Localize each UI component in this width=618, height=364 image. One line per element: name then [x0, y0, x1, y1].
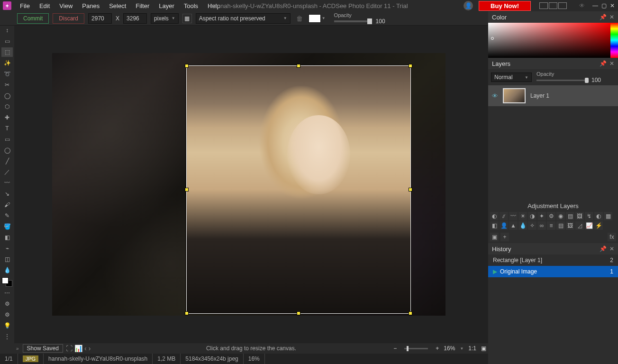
extra-tool-3[interactable]: ⚙	[1, 310, 13, 319]
adj-threshold[interactable]: ▦	[604, 212, 612, 220]
pin-icon[interactable]: 📌	[600, 246, 607, 252]
menu-layer[interactable]: Layer	[154, 1, 179, 11]
clone-tool[interactable]: ⌁	[1, 244, 13, 253]
menu-tools[interactable]: Tools	[179, 1, 203, 11]
menu-panes[interactable]: Panes	[77, 1, 104, 11]
history-item[interactable]: ▶Original Image 1	[488, 266, 618, 277]
layout-2-button[interactable]	[549, 2, 557, 9]
discard-button[interactable]: Discard	[53, 13, 84, 24]
menu-edit[interactable]: Edit	[35, 1, 55, 11]
width-input[interactable]	[88, 13, 112, 24]
selection-tool[interactable]: ▭	[1, 36, 13, 46]
adj-d[interactable]: 💧	[518, 221, 527, 230]
grid-toggle[interactable]: ▦	[182, 14, 192, 23]
adj-g[interactable]: ≡	[547, 221, 555, 230]
extra-tool-4[interactable]: 💡	[1, 321, 13, 330]
fill-tool[interactable]: 🪣	[1, 222, 13, 231]
marquee-tool[interactable]: ⬚	[1, 47, 13, 57]
handle-mid-right[interactable]	[409, 188, 412, 191]
menu-view[interactable]: View	[55, 1, 77, 11]
line-tool[interactable]: ╱	[1, 156, 13, 166]
adj-levels[interactable]: ⫽	[500, 212, 508, 220]
adj-exposure[interactable]: ◐	[490, 212, 499, 220]
layout-3-button[interactable]	[558, 2, 567, 9]
units-select[interactable]: pixels▼	[151, 13, 179, 24]
zoom-dropdown[interactable]: ▼	[460, 346, 464, 351]
user-icon[interactable]: 👤	[464, 1, 473, 10]
zoom-out-button[interactable]: −	[393, 345, 397, 352]
fx-button[interactable]: fx	[608, 233, 616, 241]
text-tool[interactable]: T	[1, 124, 13, 133]
adj-j[interactable]: ◿	[575, 221, 584, 230]
extra-tool-2[interactable]: ⚙	[1, 299, 13, 309]
handle-top-mid[interactable]	[297, 64, 300, 68]
hue-slider[interactable]	[610, 23, 618, 58]
adj-l[interactable]: ⚡	[594, 221, 603, 230]
adj-vibrance[interactable]: ✦	[537, 212, 546, 220]
aspect-select[interactable]: Aspect ratio not preserved▼	[196, 13, 291, 24]
lasso-tool[interactable]: ➰	[1, 69, 13, 79]
adj-k[interactable]: 📈	[585, 221, 593, 230]
pencil-tool[interactable]: ✎	[1, 211, 13, 220]
close-panel-icon[interactable]: ✕	[609, 246, 614, 252]
handle-bot-right[interactable]	[409, 311, 412, 315]
layout-1-button[interactable]	[539, 2, 548, 9]
adj-invert[interactable]: ◐	[594, 212, 603, 220]
fit-screen-icon[interactable]: ▣	[481, 345, 486, 352]
pin-icon[interactable]: 📌	[600, 60, 607, 67]
adj-b[interactable]: 👤	[500, 221, 508, 230]
eyedropper-tool[interactable]: 💧	[1, 265, 13, 275]
adj-photo[interactable]: 🖼	[575, 212, 584, 220]
histogram-icon[interactable]: 📊	[74, 345, 82, 352]
handle-bot-mid[interactable]	[297, 311, 300, 315]
menu-select[interactable]: Select	[104, 1, 131, 11]
maximize-button[interactable]: ▢	[600, 2, 608, 9]
swatch-dropdown[interactable]: ▼	[322, 16, 326, 20]
polygon-tool[interactable]: ⬡	[1, 102, 13, 111]
close-panel-icon[interactable]: ✕	[609, 60, 614, 67]
adj-f[interactable]: ∞	[537, 221, 546, 230]
show-saved-button[interactable]: Show Saved	[23, 344, 63, 353]
extra-tool-5[interactable]: ⋮	[1, 332, 13, 341]
image-canvas[interactable]	[52, 53, 445, 316]
shape-tool[interactable]: ◯	[1, 91, 13, 100]
buy-now-button[interactable]: Buy Now!	[479, 1, 531, 11]
close-panel-icon[interactable]: ✕	[609, 14, 614, 20]
visibility-icon[interactable]: 👁	[579, 2, 585, 9]
adj-c[interactable]: ▲	[509, 221, 518, 230]
adj-h[interactable]: ▤	[556, 221, 565, 230]
adj-curves[interactable]: 〰	[509, 212, 518, 220]
move-tool[interactable]: ↕	[1, 26, 13, 35]
extra-tool-1[interactable]: ⋯	[1, 288, 13, 298]
handle-bot-left[interactable]	[185, 311, 189, 315]
wand-tool[interactable]: ✨	[1, 58, 13, 68]
adj-contrast[interactable]: ◑	[528, 212, 536, 220]
layer-row[interactable]: 👁 Layer 1	[488, 85, 618, 106]
height-input[interactable]	[123, 13, 147, 24]
crop-selection[interactable]	[186, 65, 411, 314]
brush-tool[interactable]: 🖌	[1, 200, 13, 209]
adj-hue[interactable]: ⚙	[547, 212, 555, 220]
one-to-one-button[interactable]: 1:1	[468, 345, 476, 352]
pen-tool[interactable]: ／	[1, 167, 13, 177]
add-button[interactable]: +	[500, 233, 509, 241]
adj-brightness[interactable]: ☀	[518, 212, 527, 220]
arrow-tool[interactable]: ↘	[1, 189, 13, 199]
next-button[interactable]: ›	[89, 345, 91, 352]
blend-mode-select[interactable]: Normal▼	[491, 73, 532, 82]
close-button[interactable]: ✕	[609, 2, 616, 9]
history-item[interactable]: Rectangle [Layer 1]2	[488, 255, 618, 266]
commit-button[interactable]: Commit	[17, 13, 49, 24]
menu-file[interactable]: File	[15, 1, 35, 11]
zoom-in-button[interactable]: +	[436, 345, 439, 352]
adj-colorbalance[interactable]: ◉	[556, 212, 565, 220]
layer-opacity-slider[interactable]	[536, 80, 589, 81]
menu-filter[interactable]: Filter	[131, 1, 154, 11]
adj-e[interactable]: ✧	[528, 221, 536, 230]
adj-a[interactable]: ◧	[490, 221, 499, 230]
color-swatch[interactable]	[309, 14, 321, 23]
gradient-tool[interactable]: ◧	[1, 233, 13, 242]
ellipse-tool[interactable]: ◯	[1, 146, 13, 155]
adj-bw[interactable]: ▤	[566, 212, 574, 220]
zoom-slider[interactable]	[404, 348, 428, 349]
